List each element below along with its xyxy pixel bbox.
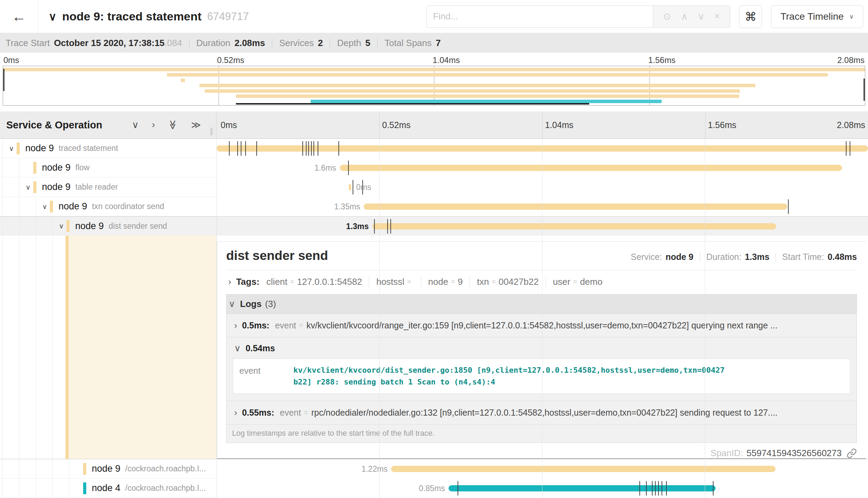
prev-result-icon[interactable]: ∧: [681, 11, 688, 22]
span-duration-bar[interactable]: [349, 184, 352, 190]
tree-guide-line: [2, 178, 3, 197]
keyboard-shortcuts-button[interactable]: ⌘: [739, 5, 762, 28]
equals-icon: =: [299, 322, 303, 329]
span-expander-icon[interactable]: ∨: [39, 202, 50, 211]
span-color-bar: [17, 143, 20, 154]
trace-view-dropdown[interactable]: Trace Timeline ∨: [771, 5, 863, 28]
span-meta: Service:node 9Duration:1.3msStart Time:0…: [631, 252, 857, 262]
span-expander-icon[interactable]: ∨: [23, 183, 33, 191]
span-row[interactable]: ∨node 4/cockroach.roachpb.I...0.85ms: [0, 479, 868, 498]
span-row[interactable]: ∨node 9table reader0ms: [0, 178, 868, 197]
summary-item-value: 7: [436, 38, 441, 48]
minimap-focus-underline: [236, 103, 589, 105]
tree-guide-line: [36, 197, 36, 216]
span-row[interactable]: ∨node 9flow1.6ms: [0, 158, 868, 178]
ruler-tick-label: 0.52ms: [382, 120, 410, 130]
span-row[interactable]: ∨node 9txn coordinator send1.35ms: [0, 197, 868, 216]
log-timestamp: 0.5ms:: [242, 320, 269, 331]
timeline-gridline: [542, 139, 542, 498]
log-entry-line[interactable]: ›0.5ms:event=kv/kvclient/kvcoord/range_i…: [227, 314, 857, 337]
span-duration-label: 0ms: [356, 183, 371, 192]
log-field-key: event: [233, 359, 285, 393]
meta-value: 1.3ms: [745, 252, 769, 262]
equals-icon: =: [290, 278, 294, 286]
span-color-bar: [83, 482, 86, 494]
span-expander-icon[interactable]: ∨: [56, 222, 67, 230]
expand-one-icon[interactable]: ›: [152, 119, 155, 130]
column-resize-handle[interactable]: ∥: [210, 127, 213, 136]
span-row[interactable]: ∨node 9/cockroach.roachpb.I...1.22ms: [0, 459, 868, 479]
tags-accordion[interactable]: › Tags: client=127.0.0.1:54582hostssl=no…: [226, 277, 857, 287]
span-row[interactable]: ∨node 9traced statement: [0, 139, 868, 158]
clear-search-icon[interactable]: ×: [715, 11, 720, 22]
span-detail-left-gutter: [0, 236, 216, 459]
back-button[interactable]: ←: [0, 0, 38, 33]
log-entry-line[interactable]: ›0.55ms:event=rpc/nodedialer/nodedialer.…: [227, 401, 857, 424]
link-icon[interactable]: [847, 448, 857, 459]
span-duration-bar[interactable]: [372, 223, 776, 229]
span-log-tick: [318, 141, 318, 156]
minimap-tick-label: 1.04ms: [433, 55, 460, 65]
tree-guide-line: [19, 479, 19, 498]
span-duration-bar[interactable]: [340, 165, 842, 171]
log-field-key: event: [275, 320, 296, 331]
logs-title: Logs: [240, 299, 262, 309]
span-color-bar: [50, 201, 53, 212]
span-log-tick: [348, 161, 349, 175]
span-name-cell[interactable]: ∨node 9txn coordinator send: [0, 197, 216, 216]
collapse-all-icon[interactable]: ≫: [168, 120, 179, 130]
tags-items: client=127.0.0.1:54582hostssl=node=9txn=…: [266, 277, 602, 287]
timeline-gridline: [379, 139, 380, 498]
tree-guide-line: [52, 217, 53, 235]
jaeger-trace-page: ← ∨ node 9: traced statement 6749717 ⊙∧∨…: [0, 0, 868, 498]
tree-guide-line: [2, 236, 3, 459]
span-name-cell[interactable]: ∨node 9flow: [0, 158, 216, 178]
span-duration-bar[interactable]: [391, 466, 776, 472]
summary-item: Duration2.08ms: [196, 38, 265, 48]
span-duration-bar[interactable]: [364, 203, 787, 210]
expand-all-icon[interactable]: ≫: [191, 119, 201, 130]
minimap-right-scrubber[interactable]: [863, 79, 865, 101]
find-input[interactable]: [426, 6, 653, 28]
summary-item: Services2: [279, 38, 323, 48]
minimap-canvas[interactable]: [3, 66, 865, 106]
minimap-tick-label: 1.56ms: [648, 55, 676, 65]
span-log-tick: [652, 481, 653, 496]
span-row[interactable]: ∨node 9dist sender send1.3ms: [0, 216, 868, 236]
log-timestamp: 0.54ms: [246, 343, 275, 353]
ruler-gridline: [379, 111, 380, 138]
span-log-tick: [655, 481, 656, 496]
collapse-one-icon[interactable]: ∨: [132, 119, 139, 130]
tag-value: demo: [580, 277, 602, 287]
span-name-cell[interactable]: ∨node 9traced statement: [0, 139, 216, 158]
logs-header[interactable]: ∨ Logs (3): [227, 295, 857, 314]
minimap-tick-labels: 0ms0.52ms1.04ms1.56ms2.08ms: [3, 55, 865, 66]
log-field-value: rpc/nodedialer/nodedialer.go:132 [n9,cli…: [311, 408, 851, 418]
span-duration-bar[interactable]: [449, 485, 716, 491]
locate-icon[interactable]: ⊙: [663, 11, 671, 22]
equals-icon: =: [407, 278, 411, 286]
tag-separator: [470, 277, 470, 287]
span-expander-icon[interactable]: ∨: [6, 144, 17, 153]
span-name-cell[interactable]: ∨node 9/cockroach.roachpb.I...: [0, 459, 216, 479]
next-result-icon[interactable]: ∨: [698, 11, 705, 22]
tree-guide-line: [2, 197, 3, 216]
trace-collapse-icon[interactable]: ∨: [48, 10, 56, 23]
span-name-cell[interactable]: ∨node 9table reader: [0, 178, 216, 197]
minimap-left-scrubber[interactable]: [3, 69, 5, 91]
column-divider: [216, 139, 217, 498]
chevron-right-icon: ›: [228, 277, 231, 287]
tag-value: 9: [458, 277, 463, 287]
page-title: node 9: traced statement: [62, 10, 201, 23]
span-name-cell[interactable]: ∨node 4/cockroach.roachpb.I...: [0, 479, 216, 498]
summary-item-value: 5: [365, 38, 370, 48]
tag-separator: [369, 277, 369, 287]
span-name-cell[interactable]: ∨node 9dist sender send: [0, 217, 216, 236]
tree-guide-line: [2, 459, 3, 478]
trace-view-label: Trace Timeline: [780, 11, 844, 22]
tree-guide-line: [52, 236, 53, 459]
minimap-span-bar: [167, 73, 828, 76]
ruler-tick-label: 1.04ms: [545, 120, 574, 130]
log-entry-expanded-header[interactable]: ∨0.54ms: [227, 337, 857, 354]
span-detail-row: dist sender send Service:node 9Duration:…: [0, 236, 868, 459]
